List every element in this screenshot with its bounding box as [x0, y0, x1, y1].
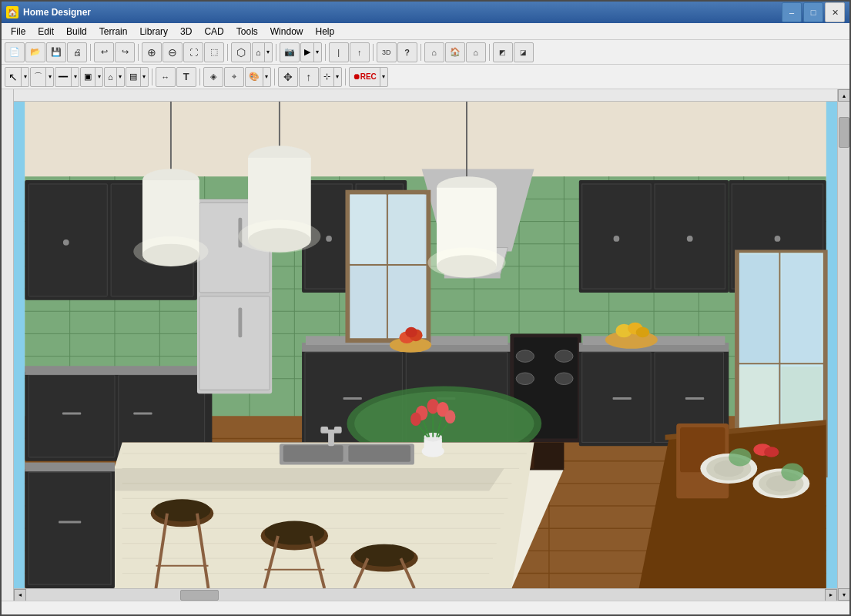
menu-help[interactable]: Help — [309, 23, 340, 39]
scroll-right-button[interactable]: ▸ — [825, 589, 837, 601]
scroll-track-horizontal[interactable] — [26, 589, 825, 601]
scroll-thumb-horizontal[interactable] — [180, 590, 219, 601]
help-button[interactable]: ? — [397, 42, 417, 62]
svg-point-188 — [636, 327, 650, 338]
redo-button[interactable]: ↪ — [115, 42, 135, 62]
zoom-fit-button[interactable]: ⛶ — [183, 42, 203, 62]
menu-terrain[interactable]: Terrain — [93, 23, 134, 39]
menu-edit[interactable]: Edit — [32, 23, 60, 39]
svg-point-87 — [516, 373, 534, 385]
ruler-vertical — [2, 89, 14, 601]
svg-point-148 — [445, 410, 456, 424]
house-3d-button[interactable]: 🏠 — [445, 42, 465, 62]
svg-rect-111 — [781, 254, 822, 362]
svg-point-147 — [410, 413, 421, 427]
terrain-drop[interactable]: ▤▾ — [126, 67, 149, 87]
status-bar — [2, 601, 849, 614]
fixture-drop[interactable]: ⌂▾ — [104, 67, 125, 87]
material-eyedrop-button[interactable]: ◈ — [203, 67, 223, 87]
scroll-track-vertical[interactable] — [838, 102, 850, 588]
print-button[interactable]: 🖨 — [67, 42, 87, 62]
svg-point-85 — [516, 350, 534, 363]
eyedropper-button[interactable]: ⌖ — [224, 67, 244, 87]
svg-rect-205 — [28, 472, 111, 584]
menu-file[interactable]: File — [5, 23, 32, 39]
svg-point-174 — [238, 220, 320, 253]
close-button[interactable]: ✕ — [825, 2, 845, 22]
kitchen-scene — [14, 102, 837, 588]
svg-rect-100 — [426, 192, 429, 341]
svg-rect-50 — [28, 375, 115, 457]
svg-point-71 — [614, 236, 620, 242]
zoom-in-button[interactable]: ⊕ — [142, 42, 162, 62]
svg-rect-135 — [334, 427, 342, 432]
3d-viewport[interactable] — [14, 102, 837, 588]
svg-marker-189 — [639, 424, 826, 588]
svg-rect-99 — [347, 192, 350, 341]
scroll-down-button[interactable]: ▾ — [838, 588, 850, 601]
menu-cad[interactable]: CAD — [198, 23, 230, 39]
svg-rect-134 — [320, 427, 328, 432]
transform-drop[interactable]: ⊹▾ — [320, 67, 342, 87]
window-controls: – □ ✕ — [782, 2, 845, 22]
scroll-thumb-vertical[interactable] — [839, 117, 849, 148]
move-button[interactable]: ✥ — [278, 67, 298, 87]
menu-window[interactable]: Window — [264, 23, 310, 39]
svg-point-160 — [354, 544, 414, 567]
scroll-left-button[interactable]: ◂ — [14, 589, 26, 601]
3d-button[interactable]: 3D — [377, 42, 397, 62]
svg-rect-207 — [25, 463, 115, 472]
canvas-area[interactable]: ◂ ▸ — [14, 89, 837, 601]
camera-drop[interactable]: ▶▾ — [300, 42, 322, 62]
point-button[interactable]: | — [329, 42, 349, 62]
zoom-window-button[interactable]: ⬚ — [204, 42, 224, 62]
dimension-button[interactable]: ↔ — [156, 67, 176, 87]
svg-rect-90 — [582, 353, 651, 443]
svg-point-184 — [405, 327, 417, 338]
house-doll-button[interactable]: ⌂ — [466, 42, 486, 62]
camera-button[interactable]: 📷 — [280, 42, 300, 62]
svg-rect-103 — [350, 195, 386, 263]
fill-button[interactable]: ⬡ — [231, 42, 251, 62]
minimize-button[interactable]: – — [782, 2, 802, 22]
extra-btn1[interactable]: ◩ — [493, 42, 513, 62]
save-button[interactable]: 💾 — [46, 42, 66, 62]
svg-point-47 — [63, 239, 69, 246]
arc-drop[interactable]: ⌒▾ — [30, 67, 54, 87]
svg-rect-59 — [238, 307, 242, 337]
menu-bar: File Edit Build Terrain Library 3D CAD T… — [2, 23, 849, 40]
new-button[interactable]: 📄 — [5, 42, 25, 62]
perspective-drop[interactable]: ⌂▾ — [252, 42, 273, 62]
svg-rect-132 — [328, 431, 334, 446]
extra-btn2[interactable]: ◪ — [514, 42, 534, 62]
scrollbar-vertical: ▴ ▾ — [837, 89, 849, 601]
record-drop[interactable]: ⏺REC▾ — [349, 67, 388, 87]
svg-rect-57 — [199, 296, 270, 390]
menu-tools[interactable]: Tools — [230, 23, 264, 39]
paint-drop[interactable]: 🎨▾ — [245, 67, 271, 87]
wall-drop[interactable]: ━━▾ — [55, 67, 79, 87]
menu-library[interactable]: Library — [133, 23, 174, 39]
menu-build[interactable]: Build — [60, 23, 93, 39]
title-bar: 🏠 Home Designer – □ ✕ — [2, 2, 849, 23]
scroll-up-button[interactable]: ▴ — [838, 89, 850, 102]
up-arrow-button[interactable]: ↑ — [350, 42, 370, 62]
open-button[interactable]: 📂 — [25, 42, 45, 62]
svg-rect-94 — [613, 397, 632, 400]
text-button[interactable]: T — [176, 67, 196, 87]
house-plan-button[interactable]: ⌂ — [424, 42, 444, 62]
svg-rect-206 — [59, 521, 81, 523]
svg-rect-131 — [348, 445, 410, 461]
cabinet-drop[interactable]: ▣▾ — [80, 67, 103, 87]
svg-point-72 — [687, 236, 693, 242]
menu-3d[interactable]: 3D — [174, 23, 198, 39]
maximize-button[interactable]: □ — [803, 2, 823, 22]
select-drop[interactable]: ↖▾ — [5, 67, 29, 87]
svg-point-200 — [781, 464, 803, 481]
svg-point-155 — [264, 521, 324, 544]
zoom-out-button[interactable]: ⊖ — [162, 42, 183, 62]
arrow-up-button[interactable]: ↑ — [299, 67, 319, 87]
app-icon: 🏠 — [6, 6, 18, 18]
svg-rect-95 — [685, 397, 704, 400]
undo-button[interactable]: ↩ — [94, 42, 114, 62]
